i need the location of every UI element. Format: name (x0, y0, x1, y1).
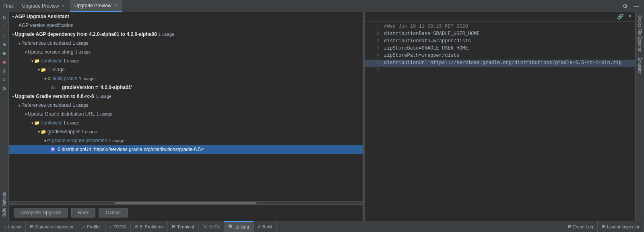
tree-text-2: AGP version specification (19, 23, 74, 28)
complete-upgrade-button[interactable]: Complete Upgrade (14, 208, 68, 218)
cancel-button[interactable]: Cancel (99, 208, 127, 218)
usage-5: 1 usage (75, 50, 91, 54)
tree-text-11: References considered (21, 102, 71, 108)
code-line-1: 1 #Wed Jun 10 11:09:15 PDT 2020 (365, 23, 635, 31)
tree-item-11[interactable]: References considered 1 usage (9, 101, 363, 110)
code-line-7: 7 (365, 67, 635, 74)
tree-item-14[interactable]: 📁 gradle/wrapper 1 usage (9, 127, 363, 136)
tree-text-15: gradle-wrapper.properties (52, 138, 107, 143)
sidebar-up-icon[interactable]: ↑ (0, 23, 8, 31)
code-toolbar: 🔗 ✕ (365, 12, 635, 22)
sync-icon[interactable]: 🔗 (615, 13, 625, 21)
code-toolbar-close[interactable]: ✕ (627, 13, 634, 21)
arrow-icon-7 (38, 68, 40, 72)
tree-item-16[interactable]: P 6 distributionUrl=https\://services.gr… (9, 145, 363, 154)
build-icon: ∧ (258, 224, 261, 229)
sidebar-grid-icon[interactable]: ⊞ (0, 40, 8, 48)
usage-15: 1 usage (109, 138, 124, 143)
tab-1[interactable]: Upgrade Preview ✕ (17, 0, 70, 12)
tree-scroll[interactable]: AGP Upgrade Assistant AGP version specif… (9, 12, 363, 201)
arrow-icon-11 (19, 103, 21, 108)
settings-icon[interactable]: ⚙ (621, 2, 630, 10)
tab-actions: ⚙ — (621, 2, 641, 10)
status-problems[interactable]: ⊙ 6: Problems (131, 221, 168, 232)
tab-1-close[interactable]: ✕ (62, 4, 65, 8)
status-todo[interactable]: ≡ TODO (105, 221, 131, 232)
status-event-log[interactable]: ⊟ Event Log (564, 221, 598, 232)
line-number-5: 5 (368, 53, 379, 58)
tree-item-4[interactable]: References considered 1 usage (9, 39, 363, 48)
tree-text-14: gradle/wrapper (47, 129, 80, 135)
sidebar-info-icon[interactable]: ℹ (0, 67, 8, 75)
status-logcat[interactable]: ≡ Logcat (0, 221, 26, 232)
code-content-4: zipStoreBase=GRADLE_USER_HOME (384, 46, 468, 51)
tree-item-6[interactable]: 📁 sunflower 1 usage (9, 56, 363, 65)
git-icon: ⌥ (202, 224, 208, 229)
code-line-3: 3 distributionPath=wrapper/dists (365, 38, 635, 45)
status-build[interactable]: ∧ Build (254, 221, 277, 232)
arrow-icon-1 (12, 14, 14, 19)
sidebar-refresh-icon[interactable]: ↻ (0, 14, 8, 22)
build-label: Build (262, 224, 272, 229)
status-find[interactable]: 🔍 3: Find (224, 221, 254, 232)
tab-1-label: Upgrade Preview (22, 3, 59, 9)
code-line-2: 2 distributionBase=GRADLE_USER_HOME (365, 31, 635, 38)
status-bar: ≡ Logcat ⊟ Database Inspector ∩ Profiler… (0, 221, 644, 232)
tab-2-label: Upgrade Preview (74, 3, 111, 8)
tree-item-2[interactable]: AGP version specification (9, 21, 363, 30)
status-terminal[interactable]: ⊟ Terminal (168, 221, 198, 232)
tree-item-9[interactable]: 33 gradleVersion = '4.2.0-alpha01' (9, 83, 363, 92)
tree-item-8[interactable]: ⚙ build.gradle 1 usage (9, 74, 363, 83)
code-view[interactable]: 1 #Wed Jun 10 11:09:15 PDT 2020 2 distri… (365, 22, 635, 221)
action-bar: Complete Upgrade Back Cancel (9, 204, 363, 221)
code-line-6: 6 distributionUrl=https\://services.grad… (365, 60, 635, 67)
find-label: Find: (3, 3, 14, 9)
tab-bar: Find: Upgrade Preview ✕ Upgrade Preview … (0, 0, 644, 12)
status-git[interactable]: ⌥ 9: Git (198, 221, 224, 232)
folder-icon-14: 📁 (41, 129, 46, 135)
sidebar-diamond1-icon[interactable]: ◆ (0, 49, 8, 57)
device-file-explorer-label[interactable]: Device File Explorer (636, 12, 643, 54)
tree-item-15[interactable]: ⊟ gradle-wrapper.properties 1 usage (9, 136, 363, 145)
p-icon-16: P (51, 147, 55, 151)
find-icon: 🔍 (228, 224, 234, 230)
layout-inspector-icon: ⊟ (602, 224, 605, 229)
terminal-label: Terminal (177, 224, 194, 229)
tree-item-13[interactable]: 📁 sunflower 1 usage (9, 118, 363, 127)
status-database-inspector[interactable]: ⊟ Database Inspector (26, 221, 78, 232)
status-profiler[interactable]: ∩ Profiler (78, 221, 105, 232)
status-layout-inspector[interactable]: ⊟ Layout Inspector (598, 221, 644, 232)
tree-text-4: References considered (21, 40, 71, 46)
right-sidebar: Device File Explorer Emulator (635, 12, 644, 221)
tree-item-7[interactable]: 📁 1 usage (9, 65, 363, 74)
emulator-label[interactable]: Emulator (636, 54, 643, 77)
arrow-icon-10 (12, 94, 14, 99)
horizontal-scrollbar[interactable] (9, 201, 363, 204)
tree-item-5[interactable]: Update version string 1 usage (9, 48, 363, 56)
build-variants-label[interactable]: Build Variants (1, 190, 7, 219)
tree-item-3[interactable]: Upgrade AGP dependency from 4.2.0-alpha0… (9, 30, 363, 39)
folder-icon-6: 📁 (34, 58, 40, 64)
problems-label: 6: Problems (140, 224, 164, 229)
tree-item-10[interactable]: Upgrade Gradle version to 6.6-rc-6 1 usa… (9, 92, 363, 101)
sidebar-diamond2-icon[interactable]: ◆ (0, 58, 8, 66)
minimize-icon[interactable]: — (632, 2, 641, 10)
left-panel: AGP Upgrade Assistant AGP version specif… (9, 12, 363, 221)
profiler-label: Profiler (87, 224, 101, 229)
usage-3: 1 usage (159, 32, 174, 37)
tree-text-1: AGP Upgrade Assistant (15, 14, 69, 19)
sidebar-list-icon[interactable]: ≡ (0, 76, 8, 84)
sidebar-settings-icon[interactable]: ⚙ (0, 85, 8, 93)
tree-item-12[interactable]: Update Gradle distribution URL 1 usage (9, 110, 363, 118)
usage-6: 1 usage (63, 58, 79, 63)
todo-label: TODO (114, 224, 126, 229)
tab-2[interactable]: Upgrade Preview ✕ (70, 0, 122, 12)
tree-item-1[interactable]: AGP Upgrade Assistant (9, 12, 363, 21)
arrow-icon-15 (44, 139, 46, 143)
back-button[interactable]: Back (71, 208, 96, 218)
prop-icon-15: ⊟ (47, 138, 51, 143)
tab-2-close[interactable]: ✕ (114, 3, 117, 8)
database-inspector-label: Database Inspector (35, 224, 73, 229)
todo-icon: ≡ (109, 224, 112, 229)
sidebar-down-icon[interactable]: ↓ (0, 31, 8, 39)
